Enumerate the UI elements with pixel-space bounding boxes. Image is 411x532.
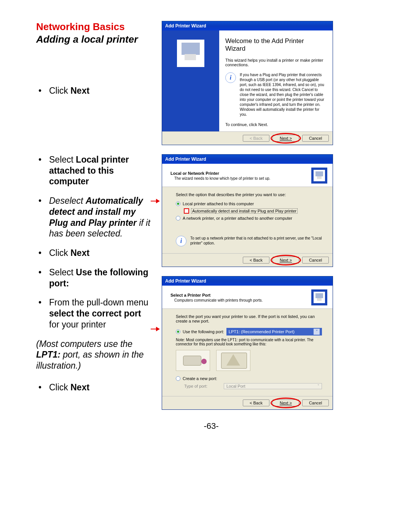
cancel-button[interactable]: Cancel: [302, 399, 329, 406]
connector-diagram: [176, 350, 322, 371]
step-subtitle: Computers communicate with printers thro…: [174, 298, 311, 302]
checkbox-auto-detect[interactable]: Automatically detect and install my Plug…: [184, 208, 322, 214]
back-button[interactable]: < Back: [243, 399, 269, 406]
radio-icon: [176, 201, 180, 206]
step-click-next-2: • Click Next: [36, 248, 150, 259]
step-click-next-3: • Click Next: [36, 382, 150, 393]
connector-diagram-icon: [216, 350, 250, 371]
printer-icon: [311, 289, 327, 305]
wizard-welcome: Add Printer Wizard Welcome to the Add Pr…: [162, 21, 333, 145]
step-title: Select a Printer Port: [170, 293, 311, 297]
printer-icon: [311, 168, 327, 184]
radio-network-printer[interactable]: A network printer, or a printer attached…: [176, 216, 322, 220]
printer-diagram-icon: [176, 350, 210, 371]
welcome-heading: Welcome to the Add Printer Wizard: [225, 37, 324, 53]
step-title: Local or Network Printer: [170, 171, 311, 176]
highlight-arrow-icon: [151, 326, 161, 332]
option-prompt: Select the option that describes the pri…: [176, 192, 322, 197]
titlebar: Add Printer Wizard: [162, 276, 333, 286]
cancel-button[interactable]: Cancel: [302, 135, 329, 142]
port-note: Note: Most computers use the LPT1: port …: [176, 338, 322, 346]
titlebar: Add Printer Wizard: [162, 155, 333, 164]
port-type-dropdown: Local Port ˅: [224, 383, 322, 389]
step-select-correct-port: • From the pull-down menu select the cor…: [36, 297, 150, 330]
radio-icon: [176, 216, 180, 220]
radio-use-following-port[interactable]: Use the following port: LPT1: (Recommend…: [176, 328, 322, 335]
chevron-down-icon: ˅: [314, 329, 320, 335]
radio-create-new-port[interactable]: Create a new port:: [176, 376, 322, 381]
highlight-arrow-icon: [151, 198, 161, 204]
titlebar: Add Printer Wizard: [162, 21, 333, 30]
wizard-local-or-network: Add Printer Wizard Local or Network Prin…: [162, 154, 333, 267]
radio-icon: [176, 376, 180, 381]
subtitle: Adding a local printer: [36, 34, 150, 45]
section-title: Networking Basics: [36, 21, 150, 33]
step-deselect-auto-detect: • Deselect Automatically detect and inst…: [36, 195, 150, 239]
welcome-info-text: If you have a Plug and Play printer that…: [240, 72, 324, 117]
network-tip: To set up a network printer that is not …: [190, 236, 322, 246]
lpt1-note: (Most computers use the LPT1: port, as s…: [36, 339, 150, 371]
cancel-button[interactable]: Cancel: [302, 257, 329, 264]
step-select-use-port: • Select Use the following port:: [36, 267, 150, 289]
printer-icon: [177, 40, 204, 67]
page-number: -63-: [36, 421, 386, 431]
step-subtitle: The wizard needs to know which type of p…: [174, 176, 311, 181]
checkbox-icon: [184, 209, 189, 213]
next-button[interactable]: Next >: [272, 399, 299, 406]
next-button[interactable]: Next >: [272, 257, 299, 264]
step-click-next-1: • Click Next: [36, 85, 150, 96]
welcome-desc: This wizard helps you install a printer …: [225, 58, 324, 67]
wizard-select-port: Add Printer Wizard Select a Printer Port…: [162, 276, 333, 410]
info-icon: i: [225, 72, 236, 83]
step-select-local-printer: • Select Local printer attached to this …: [36, 154, 150, 187]
port-prompt: Select the port you want your printer to…: [176, 314, 322, 323]
continue-text: To continue, click Next.: [225, 122, 324, 127]
radio-icon: [176, 329, 180, 334]
back-button: < Back: [243, 135, 269, 142]
back-button[interactable]: < Back: [243, 257, 269, 264]
chevron-down-icon: ˅: [317, 384, 319, 388]
type-of-port-label: Type of port:: [184, 384, 220, 388]
next-button[interactable]: Next >: [272, 135, 299, 142]
radio-local-printer[interactable]: Local printer attached to this computer: [176, 201, 322, 206]
info-icon: i: [176, 236, 186, 246]
port-dropdown[interactable]: LPT1: (Recommended Printer Port) ˅: [226, 328, 322, 335]
wizard-side-art: [162, 30, 219, 131]
